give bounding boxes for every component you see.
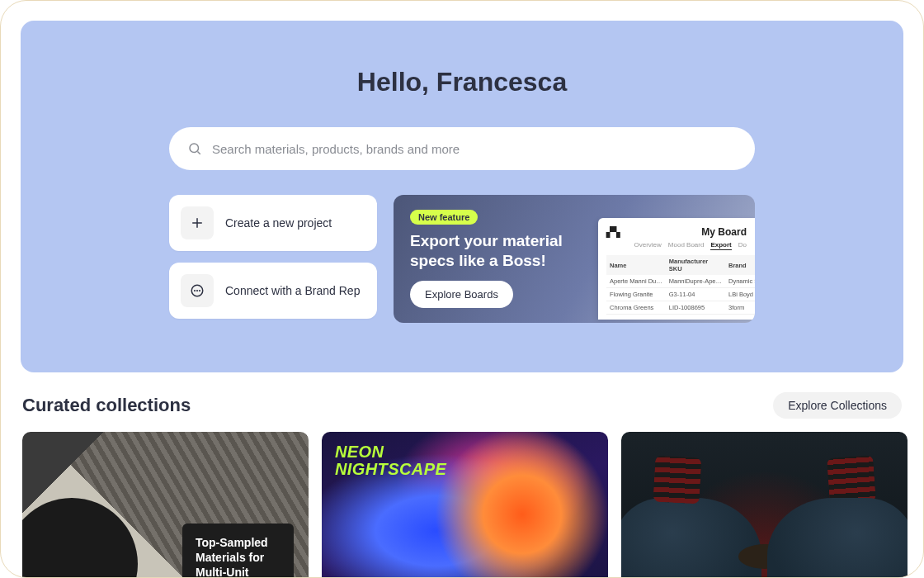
table-row: Aperte Manni Du… ManniDupre-Ape… Dynamic… <box>606 275 755 288</box>
promo-preview-card: ▞▚ My Board Overview Mood Board Export D… <box>598 218 755 320</box>
explore-boards-button[interactable]: Explore Boards <box>410 281 513 308</box>
logo-icon: ▞▚ <box>606 227 620 238</box>
collection-card-top-sampled[interactable]: Top-Sampled Materials for Multi-Unit <box>22 432 309 579</box>
actions-row: Create a new project Connect with a Bran… <box>169 195 755 323</box>
promo-title: Export your material specs like a Boss! <box>410 231 575 271</box>
collection-title: NEON NIGHTSCAPE <box>335 443 446 478</box>
quick-actions: Create a new project Connect with a Bran… <box>169 195 377 323</box>
svg-line-1 <box>197 151 200 154</box>
collection-card-neon[interactable]: NEON NIGHTSCAPE <box>322 432 608 579</box>
page-title: Hello, Francesca <box>357 67 567 97</box>
th-brand: Brand <box>725 255 755 275</box>
th-name: Name <box>606 255 666 275</box>
preview-tab-active: Export <box>710 241 731 250</box>
chat-icon <box>181 274 214 307</box>
collections-header: Curated collections Explore Collections <box>1 392 923 419</box>
collections-row: Top-Sampled Materials for Multi-Unit NEO… <box>1 432 923 579</box>
svg-point-6 <box>197 291 198 291</box>
board-title: My Board <box>701 226 747 238</box>
hero-panel: Hello, Francesca Create a new project <box>21 21 903 372</box>
explore-collections-button[interactable]: Explore Collections <box>773 392 902 419</box>
collection-title: Top-Sampled Materials for Multi-Unit <box>196 535 280 578</box>
create-project-button[interactable]: Create a new project <box>169 195 377 251</box>
connect-rep-button[interactable]: Connect with a Brand Rep <box>169 263 377 319</box>
preview-tab: Mood Board <box>668 241 705 250</box>
preview-table: Name Manufacturer SKU Brand Aperte Manni… <box>606 255 755 315</box>
preview-tab: Do <box>738 241 747 250</box>
promo-card: New feature Export your material specs l… <box>394 195 755 323</box>
search-bar[interactable] <box>169 127 755 170</box>
preview-tabs: Overview Mood Board Export Do <box>606 241 747 250</box>
table-row: Flowing Granite G3-11-04 LBi Boyd Design… <box>606 288 755 301</box>
collection-card-lounge[interactable] <box>621 432 908 579</box>
plus-icon <box>181 206 214 239</box>
svg-point-0 <box>190 144 199 153</box>
decor-table <box>738 544 791 569</box>
decor-pillow <box>827 455 876 505</box>
decor-pillow <box>653 455 702 504</box>
action-label: Connect with a Brand Rep <box>225 284 360 297</box>
svg-point-7 <box>200 291 200 291</box>
table-row: Chroma Greens LID-1008695 3form <box>606 301 755 315</box>
collection-label-box: Top-Sampled Materials for Multi-Unit <box>182 524 294 578</box>
new-feature-badge: New feature <box>410 210 478 225</box>
th-sku: Manufacturer SKU <box>666 255 725 275</box>
search-icon <box>187 141 202 156</box>
action-label: Create a new project <box>225 216 332 230</box>
section-title: Curated collections <box>22 395 191 416</box>
preview-tab: Overview <box>634 241 661 250</box>
svg-point-5 <box>195 291 196 291</box>
search-input[interactable] <box>212 142 737 156</box>
